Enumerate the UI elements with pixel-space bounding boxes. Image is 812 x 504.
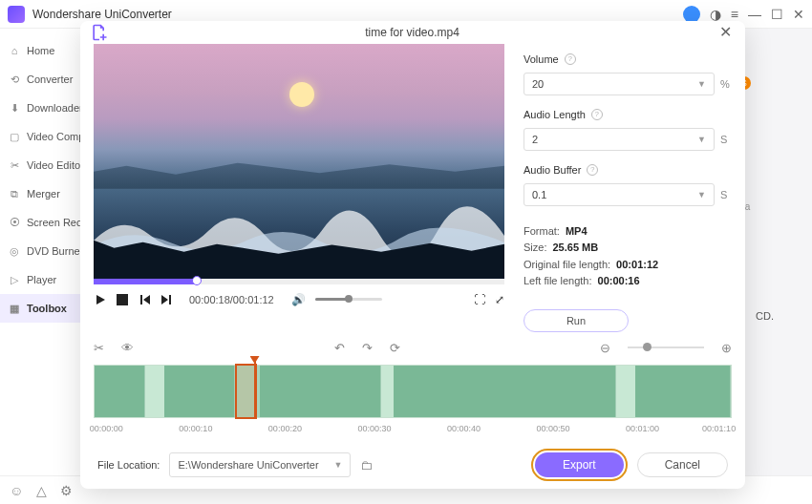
add-file-icon[interactable]: [90, 23, 109, 42]
cancel-button[interactable]: Cancel: [637, 452, 728, 477]
chevron-down-icon: ▼: [697, 79, 706, 89]
edit-toolbar: ✂ 👁 ↶ ↷ ⟳ ⊖ ⊕: [94, 334, 732, 361]
volume-value: 20: [532, 78, 544, 90]
zoom-in-icon[interactable]: ⊕: [721, 341, 732, 355]
app-logo-icon: [8, 6, 25, 23]
chevron-down-icon: ▼: [697, 135, 706, 144]
format-value: MP4: [566, 225, 588, 237]
svg-rect-0: [117, 294, 128, 305]
sidebar-label: Video Editor: [27, 159, 84, 171]
video-preview[interactable]: [94, 44, 504, 279]
sidebar-label: Merger: [27, 188, 60, 200]
ruler-tick: 00:01:10: [702, 424, 736, 433]
close-icon[interactable]: ✕: [716, 23, 736, 41]
format-label: Format:: [524, 225, 560, 237]
timeline[interactable]: [94, 365, 732, 418]
menu-icon[interactable]: ≡: [731, 7, 738, 22]
audio-length-suffix: S: [720, 134, 732, 145]
preview-column: 00:00:18/00:01:12 🔊 ⛶ ⤢: [94, 44, 504, 332]
file-info: Format:MP4 Size:25.65 MB Original file l…: [524, 223, 732, 290]
user-avatar-icon[interactable]: [683, 6, 700, 23]
ruler-tick: 00:01:00: [626, 424, 659, 433]
feedback-icon[interactable]: ☺: [10, 483, 23, 498]
download-icon: ⬇: [8, 102, 21, 115]
orig-len-value: 00:01:12: [616, 259, 658, 270]
settings-gear-icon[interactable]: ⚙: [60, 483, 73, 498]
size-label: Size:: [524, 242, 546, 253]
run-button[interactable]: Run: [524, 309, 629, 332]
play-button-icon[interactable]: [94, 293, 107, 306]
size-value: 25.65 MB: [552, 242, 598, 253]
undo-icon[interactable]: ↶: [334, 341, 345, 355]
left-len-value: 00:00:16: [598, 275, 640, 286]
timeline-playhead[interactable]: [254, 360, 256, 417]
help-icon[interactable]: ?: [587, 164, 598, 176]
file-location-value: E:\Wondershare UniConverter: [178, 459, 318, 471]
maximize-icon[interactable]: ☐: [771, 7, 783, 22]
volume-slider[interactable]: [315, 298, 382, 301]
export-button[interactable]: Export: [535, 452, 624, 477]
volume-suffix: %: [720, 78, 732, 90]
audio-buffer-label: Audio Buffer: [524, 164, 581, 176]
ruler-tick: 00:00:50: [536, 424, 569, 433]
help-icon[interactable]: ?: [565, 53, 576, 65]
close-window-icon[interactable]: ✕: [793, 7, 804, 22]
help-icon[interactable]: ?: [591, 109, 603, 120]
sidebar-label: DVD Burner: [27, 245, 83, 257]
merge-icon: ⧉: [8, 188, 21, 200]
volume-select[interactable]: 20▼: [524, 73, 715, 95]
audio-buffer-value: 0.1: [532, 189, 546, 200]
zoom-out-icon[interactable]: ⊖: [600, 341, 610, 355]
refresh-icon[interactable]: ⟳: [390, 341, 400, 355]
bg-cd-label: CD.: [756, 310, 774, 322]
seek-thumb[interactable]: [192, 276, 202, 285]
chevron-down-icon: ▼: [697, 190, 706, 200]
seek-fill: [94, 279, 197, 284]
minimize-icon[interactable]: —: [748, 7, 761, 22]
eye-icon[interactable]: 👁: [121, 341, 134, 355]
chevron-down-icon: ▼: [334, 460, 343, 470]
editor-modal: time for video.mp4 ✕: [80, 21, 745, 489]
time-display: 00:00:18/00:01:12: [189, 294, 274, 305]
ruler-tick: 00:00:20: [268, 424, 302, 433]
cut-icon[interactable]: ✂: [94, 341, 104, 355]
sidebar-label: Converter: [27, 74, 73, 85]
zoom-slider[interactable]: [628, 346, 704, 348]
redo-icon[interactable]: ↷: [362, 341, 373, 355]
preview-artwork: [289, 82, 314, 107]
volume-label: Volume: [524, 53, 559, 65]
playback-controls: 00:00:18/00:01:12 🔊 ⛶ ⤢: [94, 284, 504, 315]
modal-title: time for video.mp4: [109, 26, 716, 39]
volume-icon[interactable]: 🔊: [291, 293, 306, 306]
headset-icon[interactable]: ◑: [710, 7, 721, 22]
sidebar-label: Downloader: [27, 102, 83, 114]
modal-header: time for video.mp4 ✕: [80, 21, 745, 44]
sidebar-label: Player: [27, 274, 56, 285]
timeline-ruler: 00:00:00 00:00:10 00:00:20 00:00:30 00:0…: [94, 424, 732, 437]
open-folder-icon[interactable]: 🗀: [360, 458, 373, 472]
file-location-label: File Location:: [97, 459, 160, 471]
next-frame-icon[interactable]: [160, 293, 174, 306]
stop-button-icon[interactable]: [117, 294, 128, 305]
ruler-tick: 00:00:00: [90, 424, 123, 433]
preview-artwork: [94, 160, 504, 189]
audio-length-label: Audio Length: [524, 109, 586, 120]
ruler-tick: 00:00:10: [179, 424, 212, 433]
audio-buffer-select[interactable]: 0.1▼: [524, 183, 715, 206]
convert-icon: ⟲: [8, 74, 21, 86]
audio-length-select[interactable]: 2▼: [524, 128, 715, 151]
snapshot-icon[interactable]: ⛶: [474, 293, 485, 306]
home-icon: ⌂: [8, 45, 21, 56]
app-title: Wondershare UniConverter: [32, 8, 673, 21]
sidebar-label: Home: [27, 45, 54, 56]
compress-icon: ▢: [8, 131, 21, 143]
seek-bar[interactable]: [94, 279, 504, 284]
grid-icon: ▦: [8, 303, 21, 315]
record-icon: ⦿: [8, 217, 21, 228]
prev-frame-icon[interactable]: [138, 293, 151, 306]
file-location-select[interactable]: E:\Wondershare UniConverter ▼: [169, 452, 351, 477]
fullscreen-icon[interactable]: ⤢: [495, 293, 504, 306]
notification-icon[interactable]: △: [36, 483, 47, 498]
export-highlight: Export: [531, 449, 628, 481]
disc-icon: ◎: [8, 245, 21, 258]
